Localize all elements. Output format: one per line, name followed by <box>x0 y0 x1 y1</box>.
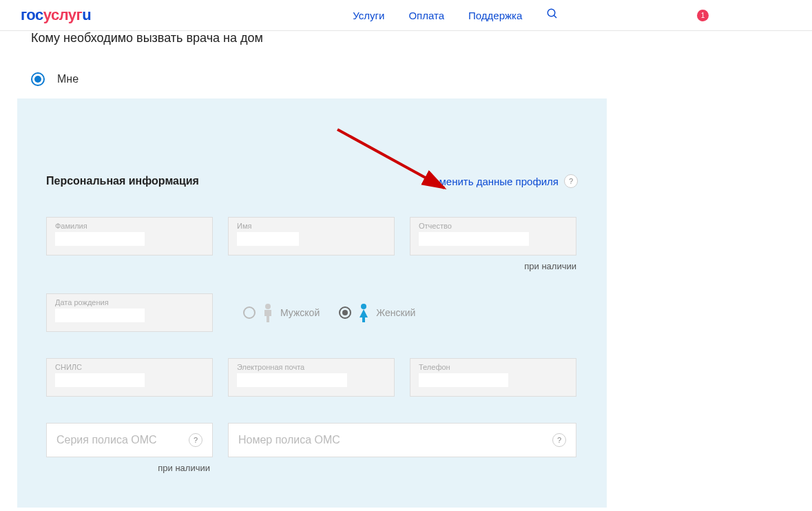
email-value-masked <box>237 373 347 387</box>
help-icon[interactable]: ? <box>564 174 578 188</box>
snils-label: СНИЛС <box>55 363 204 371</box>
logo-part-1: гос <box>21 6 43 23</box>
surname-label: Фамилия <box>55 222 204 230</box>
radio-me-label: Мне <box>57 73 79 85</box>
birthdate-field: Дата рождения <box>46 293 213 332</box>
row-oms: Серия полиса ОМС ? Номер полиса ОМС ? <box>46 423 578 457</box>
male-icon <box>261 303 275 322</box>
birthdate-value-masked <box>55 309 145 322</box>
patronymic-label: Отчество <box>419 222 568 230</box>
name-label: Имя <box>237 222 386 230</box>
email-field: Электронная почта <box>228 358 395 397</box>
row-birth-gender: Дата рождения Мужской Женский <box>46 293 578 332</box>
oms-series-hint-row: при наличии <box>46 463 578 473</box>
patronymic-field: Отчество <box>410 217 576 255</box>
snils-value-masked <box>55 373 145 387</box>
phone-value-masked <box>419 373 508 387</box>
phone-label: Телефон <box>419 363 568 371</box>
birthdate-label: Дата рождения <box>55 298 204 306</box>
edit-profile-link[interactable]: Изменить данные профиля <box>427 176 559 187</box>
nav-services[interactable]: Услуги <box>353 10 384 21</box>
gender-female-label: Женский <box>376 307 415 318</box>
logo-part-2: услуг <box>43 6 83 23</box>
gender-female-item[interactable]: Женский <box>339 303 415 322</box>
surname-field: Фамилия <box>46 217 213 255</box>
step-question: Кому необходимо вызвать врача на дом <box>31 31 812 46</box>
panel-header: Персональная информация Изменить данные … <box>46 174 578 188</box>
gender-female-radio[interactable] <box>339 306 351 319</box>
gender-male-radio[interactable] <box>243 306 256 319</box>
oms-series-input[interactable]: Серия полиса ОМС ? <box>46 423 213 457</box>
oms-number-placeholder: Номер полиса ОМС <box>238 434 552 446</box>
edit-profile-wrap: Изменить данные профиля ? <box>427 174 578 188</box>
personal-info-panel: Персональная информация Изменить данные … <box>17 98 607 508</box>
phone-field: Телефон <box>410 358 576 397</box>
snils-field: СНИЛС <box>46 358 213 397</box>
logo[interactable]: госуслугu <box>21 6 91 24</box>
email-label: Электронная почта <box>237 363 386 371</box>
oms-series-hint: при наличии <box>46 463 213 473</box>
main-nav: Услуги Оплата Поддержка <box>353 10 522 21</box>
svg-point-4 <box>361 304 366 309</box>
oms-number-input[interactable]: Номер полиса ОМС ? <box>228 423 576 457</box>
nav-payment[interactable]: Оплата <box>408 10 444 21</box>
search-icon[interactable] <box>546 8 559 23</box>
nav-support[interactable]: Поддержка <box>468 10 522 21</box>
radio-me[interactable] <box>31 72 45 86</box>
female-icon <box>357 303 371 322</box>
annotation-arrow-icon <box>334 126 458 202</box>
help-icon[interactable]: ? <box>189 433 202 447</box>
notification-badge[interactable]: 1 <box>697 10 709 21</box>
gender-male-label: Мужской <box>280 307 320 318</box>
panel-title: Персональная информация <box>46 175 199 187</box>
name-value-masked <box>237 232 299 246</box>
surname-value-masked <box>55 232 145 246</box>
oms-series-placeholder: Серия полиса ОМС <box>56 434 189 446</box>
gender-group: Мужской Женский <box>243 303 415 322</box>
svg-line-1 <box>554 15 557 18</box>
help-icon[interactable]: ? <box>552 433 566 447</box>
row-name: Фамилия Имя Отчество <box>46 217 578 255</box>
row-contacts: СНИЛС Электронная почта Телефон <box>46 358 578 397</box>
patronymic-hint: при наличии <box>46 261 576 271</box>
gender-male-item[interactable]: Мужской <box>243 303 320 322</box>
logo-part-3: u <box>82 6 91 23</box>
patronymic-value-masked <box>419 232 529 246</box>
header: госуслугu Услуги Оплата Поддержка 1 <box>0 0 812 31</box>
radio-row-me: Мне <box>31 72 812 86</box>
svg-point-0 <box>548 9 556 17</box>
svg-point-3 <box>265 304 271 309</box>
name-field: Имя <box>228 217 395 255</box>
